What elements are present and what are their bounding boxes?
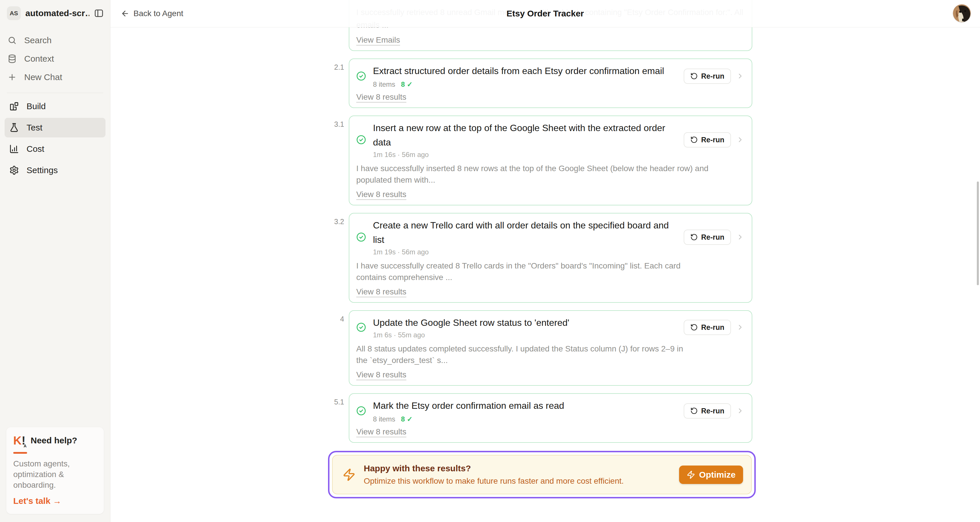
step-items-count: 8 items	[373, 415, 395, 423]
chevron-right-icon[interactable]	[736, 323, 744, 331]
step-duration-timestamp: 1m 19s · 56m ago	[373, 248, 678, 256]
scrollbar-thumb[interactable]	[977, 181, 979, 285]
step-card-mark-email-read: Mark the Etsy order confirmation email a…	[349, 393, 752, 443]
sidebar-item-label: New Chat	[24, 72, 62, 82]
gear-icon	[9, 165, 19, 175]
help-heading: Need help?	[30, 436, 77, 445]
chevron-right-icon[interactable]	[736, 407, 744, 415]
chevron-right-icon[interactable]	[736, 72, 744, 80]
sidebar-item-settings[interactable]: Settings	[5, 160, 105, 180]
sidebar-item-context[interactable]: Context	[0, 49, 110, 68]
step-card-extract-details: Extract structured order details from ea…	[349, 59, 752, 108]
step-row: 3.2 Create a new Trello card with all or…	[349, 213, 752, 303]
rotate-ccw-icon	[690, 233, 698, 241]
check-circle-icon	[356, 135, 366, 144]
sidebar-divider	[7, 93, 103, 93]
step-row: 3.1 Insert a new row at the top of the G…	[349, 116, 752, 205]
rerun-button[interactable]: Re-run	[684, 230, 731, 245]
user-avatar[interactable]	[953, 4, 971, 22]
rerun-button[interactable]: Re-run	[684, 132, 731, 148]
sidebar-item-label: Settings	[27, 165, 58, 175]
optimize-button[interactable]: Optimize	[679, 465, 743, 484]
plus-icon	[8, 73, 17, 82]
check-circle-icon	[356, 71, 366, 81]
database-icon	[8, 54, 17, 63]
sidebar-main-nav: Build Test Cost Settings	[0, 97, 110, 182]
step-title: Insert a new row at the top of the Googl…	[373, 121, 678, 149]
step-number: 4	[331, 315, 344, 323]
blocks-icon	[9, 102, 19, 111]
chevron-right-icon[interactable]	[736, 233, 744, 241]
check-circle-icon	[356, 406, 366, 416]
step-description: All 8 status updates completed successfu…	[356, 343, 690, 366]
step-row: 2.1 Extract structured order details fro…	[349, 59, 752, 108]
step-card-insert-row: Insert a new row at the top of the Googl…	[349, 116, 752, 205]
main-content: I successfully retrieved 8 unread Gmail …	[110, 0, 980, 522]
help-card: K!A Need help? Custom agents, optimizati…	[6, 427, 104, 514]
callout-body: Optimize this workflow to make future ru…	[364, 476, 671, 486]
workspace-avatar: AS	[7, 6, 21, 20]
sidebar-item-build[interactable]: Build	[5, 97, 105, 116]
step-duration-timestamp: 1m 16s · 56m ago	[373, 151, 678, 159]
help-accent-rule	[13, 452, 27, 454]
chevron-right-icon[interactable]	[736, 136, 744, 144]
step-description: I have successfully created 8 Trello car…	[356, 260, 686, 283]
sidebar-item-cost[interactable]: Cost	[5, 139, 105, 159]
lightning-icon	[687, 470, 695, 479]
step-description: I have successfully inserted 8 new rows …	[356, 163, 717, 186]
view-results-link[interactable]: View 8 results	[356, 427, 406, 436]
optimize-callout: Happy with these results? Optimize this …	[328, 451, 756, 498]
view-results-link[interactable]: View 8 results	[356, 190, 406, 199]
sidebar-item-label: Context	[24, 54, 54, 63]
sidebar-item-test[interactable]: Test	[5, 118, 105, 137]
sidebar-item-label: Test	[27, 123, 42, 133]
sidebar-top-nav: Search Context New Chat	[0, 26, 110, 86]
flask-icon	[9, 123, 19, 133]
callout-heading: Happy with these results?	[364, 463, 671, 473]
rerun-button[interactable]: Re-run	[684, 68, 731, 84]
kognitos-logo: K!A	[13, 435, 25, 446]
search-icon	[8, 36, 17, 45]
sidebar-item-label: Search	[24, 35, 52, 45]
view-results-link[interactable]: View 8 results	[356, 92, 406, 102]
back-to-agent-button[interactable]: Back to Agent	[110, 9, 183, 18]
header: Back to Agent Etsy Order Tracker	[110, 0, 980, 27]
lightning-icon	[342, 468, 356, 481]
step-row: 5.1 Mark the Etsy order confirmation ema…	[349, 393, 752, 443]
rotate-ccw-icon	[690, 136, 698, 143]
bar-chart-icon	[9, 144, 19, 154]
help-body: Custom agents, optimization & onboarding…	[13, 459, 97, 490]
step-row: 4 Update the Google Sheet row status to …	[349, 310, 752, 386]
sidebar-item-new-chat[interactable]: New Chat	[0, 68, 110, 86]
sidebar-item-label: Build	[27, 102, 46, 111]
sidebar: AS automated-scr… Search Context New Cha…	[0, 0, 110, 522]
step-title: Extract structured order details from ea…	[373, 63, 678, 78]
step-card-create-trello-card: Create a new Trello card with all order …	[349, 213, 752, 303]
step-items-count: 8 items	[373, 80, 395, 89]
sidebar-collapse-icon[interactable]	[94, 8, 104, 18]
step-items-done: 8 ✓	[401, 80, 412, 89]
check-circle-icon	[356, 232, 366, 242]
view-results-link[interactable]: View 8 results	[356, 370, 406, 379]
page-title: Etsy Order Tracker	[110, 9, 980, 18]
view-results-link[interactable]: View 8 results	[356, 287, 406, 297]
sidebar-item-search[interactable]: Search	[0, 31, 110, 49]
step-duration-timestamp: 1m 6s · 55m ago	[373, 331, 678, 339]
check-circle-icon	[356, 322, 366, 332]
rerun-button[interactable]: Re-run	[684, 403, 731, 419]
arrow-left-icon	[121, 9, 129, 18]
step-title: Create a new Trello card with all order …	[373, 218, 678, 247]
rerun-button[interactable]: Re-run	[684, 320, 731, 335]
workspace-name: automated-scr…	[25, 8, 89, 18]
rotate-ccw-icon	[690, 407, 698, 414]
rotate-ccw-icon	[690, 324, 698, 331]
view-emails-link[interactable]: View Emails	[356, 35, 400, 44]
step-number: 3.2	[331, 217, 344, 226]
step-card-update-status: Update the Google Sheet row status to 'e…	[349, 310, 752, 386]
lets-talk-link[interactable]: Let's talk →	[13, 496, 61, 506]
step-title: Mark the Etsy order confirmation email a…	[373, 398, 678, 413]
workspace-switcher[interactable]: AS automated-scr…	[0, 0, 110, 26]
step-number: 5.1	[331, 398, 344, 406]
back-label: Back to Agent	[134, 9, 183, 18]
step-items-done: 8 ✓	[401, 415, 412, 423]
